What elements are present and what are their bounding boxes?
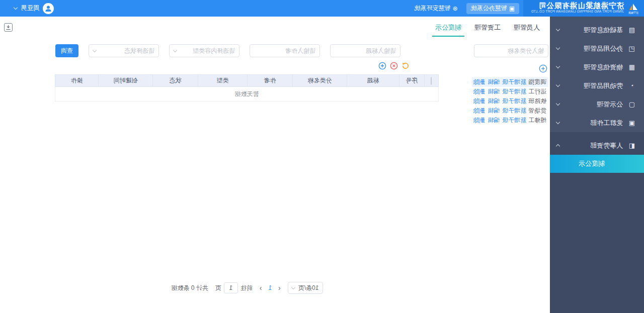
- add-child-link[interactable]: 新增子级: [502, 97, 526, 106]
- pagination: 10条/页 ‹ 1 › 前往 页 共计 0 条: [55, 282, 439, 294]
- delete-link[interactable]: 删除: [473, 107, 485, 115]
- author-filter-input[interactable]: [250, 44, 320, 57]
- system-switch-safety[interactable]: ⊛ 智慧安环系统: [410, 3, 462, 14]
- publicity-icon: ▢: [627, 100, 635, 108]
- refresh-icon: [401, 62, 410, 70]
- edit-link[interactable]: 编辑: [488, 87, 500, 96]
- col-created-time: 创建时间: [99, 75, 153, 87]
- col-type: 类型: [198, 75, 248, 87]
- logo-caption: 济宁能源: [628, 12, 638, 14]
- content-spacer: [55, 101, 439, 282]
- app-root: 济宁能源 济宁港航梁山港有限公司 JINING PORT AND SHIPPIN…: [0, 0, 644, 313]
- safety-system-label: 智慧安环系统: [415, 4, 451, 13]
- sidebar-item-material-info[interactable]: ▦ 物资信息管理: [550, 58, 644, 76]
- category-row-yard-plant[interactable]: 货场管理厂 新增子级 编辑 删除: [472, 106, 548, 116]
- main-panel: 请选择内容类型 请选择状态 查询: [55, 39, 439, 313]
- category-row-maintenance-area[interactable]: 维修工区 新增子级 编辑 删除: [472, 116, 548, 125]
- select-all-checkbox[interactable]: [431, 77, 432, 85]
- edit-link[interactable]: 编辑: [488, 97, 500, 106]
- sidebar-item-office-supplies[interactable]: ◰ 办公用品管理: [550, 39, 644, 58]
- content-body: 调度指挥中心 新增子级 编辑 删除 运行工区 新增子级 编辑: [0, 37, 550, 313]
- sidebar: ▤ 基础信息管理 ◰ 办公用品管理 ▦ 物资信息管理 ◔ 劳动用品管理 ▢: [550, 17, 644, 313]
- sidebar-item-hr-labor[interactable]: ◧ 人事劳资部: [550, 136, 644, 155]
- add-child-link[interactable]: 新增子级: [502, 107, 526, 115]
- person-icon: [45, 5, 53, 13]
- chevron-down-icon: [93, 48, 97, 52]
- query-button[interactable]: 查询: [55, 44, 78, 57]
- status-placeholder: 请选择状态: [124, 47, 154, 55]
- tab-label: 工资管理: [474, 24, 501, 31]
- batch-delete-button[interactable]: [390, 62, 398, 70]
- delete-link[interactable]: 删除: [473, 87, 485, 96]
- pager: ‹ 1 ›: [260, 284, 281, 292]
- collapse-arrow-icon: [6, 25, 11, 30]
- safety-system-icon: ⊛: [453, 6, 458, 12]
- sidebar-item-label: 物资信息管理: [559, 63, 623, 72]
- add-category-button[interactable]: [539, 64, 547, 73]
- goto-page-input[interactable]: [224, 282, 238, 293]
- content-type-select[interactable]: 请选择内容类型: [169, 44, 239, 57]
- chevron-down-icon: [173, 48, 177, 52]
- collapse-panel-button[interactable]: [4, 23, 13, 32]
- table-toolbar: [55, 62, 410, 70]
- prev-page-button[interactable]: ‹: [278, 284, 281, 292]
- page-size-select[interactable]: 10条/页: [288, 282, 323, 294]
- edit-link[interactable]: 编辑: [488, 116, 500, 125]
- category-actions: 新增子级 编辑 删除: [473, 107, 526, 115]
- col-category-name: 分类名称: [293, 75, 347, 87]
- select-all-cell: [425, 75, 439, 87]
- tab-personnel[interactable]: 人员管理: [511, 23, 543, 37]
- topbar: 济宁能源 济宁港航梁山港有限公司 JINING PORT AND SHIPPIN…: [0, 0, 644, 17]
- category-search-input[interactable]: [474, 44, 548, 57]
- sidebar-item-publicity[interactable]: ▢ 公示管理: [550, 95, 644, 114]
- sidebar-item-party-work[interactable]: ▣ 党群工作部: [550, 114, 644, 132]
- delete-link[interactable]: 删除: [473, 78, 485, 86]
- category-row-operation-area[interactable]: 运行工区 新增子级 编辑 删除: [472, 87, 548, 96]
- content-type-placeholder: 请选择内容类型: [193, 47, 235, 55]
- page-size-value: 10条/页: [298, 284, 319, 292]
- category-name: 铁路班组: [528, 97, 546, 106]
- add-child-link[interactable]: 新增子级: [502, 116, 526, 125]
- sidebar-item-labor-supplies[interactable]: ◔ 劳动用品管理: [550, 76, 644, 95]
- sidebar-item-basic-info[interactable]: ▤ 基础信息管理: [550, 21, 644, 39]
- edit-link[interactable]: 编辑: [488, 107, 500, 115]
- avatar[interactable]: [43, 3, 54, 14]
- system-switch-office[interactable]: ▣ 智慧办公系统: [466, 3, 519, 14]
- username: 周亚男: [21, 4, 40, 13]
- add-child-link[interactable]: 新增子级: [502, 78, 526, 86]
- col-title: 标题: [347, 75, 399, 87]
- category-toolbar: [472, 64, 547, 73]
- company-name-block: 济宁港航梁山港有限公司 JINING PORT AND SHIPPING LIA…: [531, 3, 624, 15]
- basic-info-icon: ▤: [627, 26, 635, 34]
- refresh-button[interactable]: [401, 62, 410, 70]
- delete-link[interactable]: 删除: [473, 97, 485, 106]
- table-header-row: 序号 标题 分类名称 作者 类型 状态 创建时间 操作: [55, 75, 439, 87]
- sidebar-subitem-label: 制度公示: [579, 159, 605, 168]
- sidebar-subitem-policy-publicity[interactable]: 制度公示: [550, 155, 644, 173]
- next-page-button[interactable]: ›: [260, 284, 262, 292]
- tab-salary[interactable]: 工资管理: [471, 23, 504, 37]
- empty-row: 暂无数据: [55, 87, 439, 101]
- goto-suffix-label: 页: [215, 284, 221, 292]
- category-actions: 新增子级 编辑 删除: [473, 97, 526, 106]
- filter-bar: 请选择内容类型 请选择状态 查询: [55, 44, 439, 57]
- user-menu[interactable]: 周亚男: [14, 3, 54, 14]
- add-child-link[interactable]: 新增子级: [502, 87, 526, 96]
- sidebar-item-label: 基础信息管理: [559, 26, 623, 35]
- title-filter-input[interactable]: [330, 44, 400, 57]
- material-info-icon: ▦: [627, 63, 635, 71]
- sail-logo-icon: [628, 3, 638, 12]
- tab-label: 制度公示: [435, 24, 461, 31]
- chevron-down-icon: [291, 285, 295, 289]
- status-select[interactable]: 请选择状态: [89, 44, 159, 57]
- category-actions: 新增子级 编辑 删除: [473, 78, 526, 86]
- add-record-button[interactable]: [378, 62, 386, 70]
- category-row-dispatch-center[interactable]: 调度指挥中心 新增子级 编辑 删除: [472, 77, 548, 87]
- company-name-en: JINING PORT AND SHIPPING LIANGSHAN PORT …: [531, 9, 624, 15]
- tab-policy-publicity[interactable]: 制度公示: [432, 23, 464, 37]
- col-index: 序号: [399, 75, 425, 87]
- delete-link[interactable]: 删除: [473, 116, 485, 125]
- current-page[interactable]: 1: [268, 284, 272, 291]
- category-row-railway-team[interactable]: 铁路班组 新增子级 编辑 删除: [472, 96, 548, 106]
- edit-link[interactable]: 编辑: [488, 78, 500, 86]
